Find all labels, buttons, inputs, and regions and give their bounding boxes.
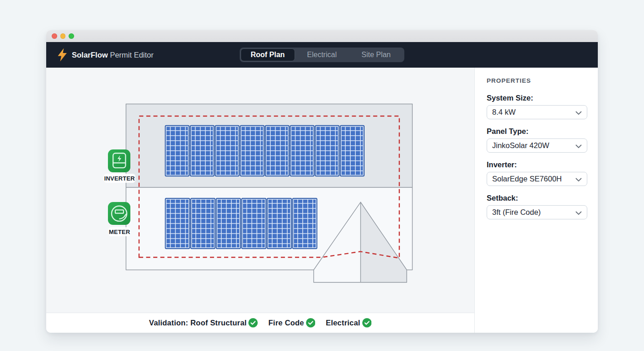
svg-text:INVERTER: INVERTER — [104, 175, 135, 182]
svg-text:METER: METER — [109, 229, 130, 235]
